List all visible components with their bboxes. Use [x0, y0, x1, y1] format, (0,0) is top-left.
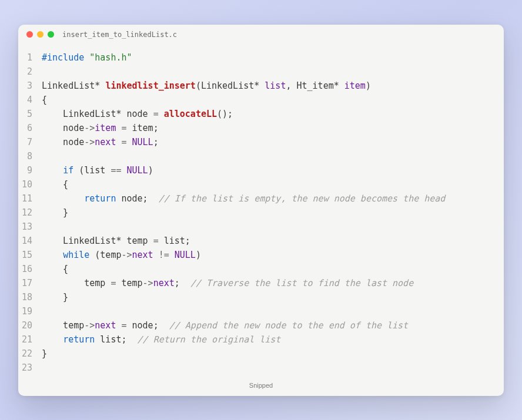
line-number: 16 [18, 262, 42, 276]
token-plain: ) [196, 250, 201, 260]
filename-label: insert_item_to_linkedList.c [62, 31, 177, 39]
code-content[interactable]: while (temp->next != NULL) [42, 248, 504, 262]
code-content[interactable]: temp = temp->next; // Traverse the list … [42, 276, 504, 290]
token-plain: LinkedList [42, 109, 116, 119]
code-content[interactable]: } [42, 290, 504, 304]
line-number: 8 [18, 149, 42, 163]
token-plain [42, 193, 84, 204]
token-member: next [132, 250, 153, 260]
code-content[interactable]: LinkedList* temp = list; [42, 234, 504, 248]
line-number: 15 [18, 248, 42, 262]
token-comment: // Append the new node to the end of the… [169, 320, 408, 331]
code-line[interactable]: 1#include "hash.h" [18, 51, 504, 65]
line-number: 11 [18, 191, 42, 206]
code-content[interactable]: return node; // If the list is empty, th… [42, 191, 504, 206]
token-plain [127, 137, 132, 147]
code-content[interactable]: { [42, 262, 504, 276]
token-plain [84, 52, 89, 63]
token-param: item [344, 80, 366, 91]
code-line[interactable]: 23 [18, 361, 504, 375]
line-number: 13 [18, 220, 42, 234]
token-plain: (list [73, 165, 111, 176]
code-content[interactable]: node->next = NULL; [42, 135, 504, 149]
token-funccall: allocateLL [164, 109, 217, 119]
code-line[interactable]: 4{ [18, 93, 504, 107]
line-number: 22 [18, 347, 42, 361]
token-member: next [153, 278, 175, 288]
line-number: 5 [18, 107, 42, 121]
code-content[interactable]: { [42, 93, 504, 107]
code-line[interactable]: 8 [18, 149, 504, 163]
token-funcdef: linkedlist_insert [105, 80, 196, 91]
code-content[interactable] [42, 361, 504, 375]
code-content[interactable]: return list; // Return the original list [42, 332, 504, 347]
maximize-icon[interactable] [48, 31, 54, 38]
code-content[interactable] [42, 149, 504, 163]
code-editor[interactable]: 1#include "hash.h"2 3LinkedList* linkedl… [18, 45, 504, 378]
code-content[interactable]: node->item = item; [42, 121, 504, 135]
code-line[interactable]: 20 temp->next = node; // Append the new … [18, 318, 504, 332]
code-line[interactable]: 16 { [18, 262, 504, 276]
footer-label: Snipped [18, 378, 504, 396]
code-content[interactable]: LinkedList* linkedlist_insert(LinkedList… [42, 79, 504, 93]
code-content[interactable]: { [42, 177, 504, 191]
line-number: 4 [18, 93, 42, 107]
code-line[interactable]: 7 node->next = NULL; [18, 135, 504, 149]
code-line[interactable]: 18 } [18, 290, 504, 304]
code-line[interactable]: 11 return node; // If the list is empty,… [18, 191, 504, 206]
code-content[interactable]: } [42, 206, 504, 220]
token-plain [42, 250, 63, 260]
line-number: 21 [18, 332, 42, 347]
token-plain: ) [148, 165, 153, 176]
code-line[interactable]: 3LinkedList* linkedlist_insert(LinkedLis… [18, 79, 504, 93]
token-keyword: return [84, 193, 116, 204]
token-plain: temp [116, 278, 142, 288]
token-constant: NULL [132, 137, 153, 147]
token-keyword: return [63, 334, 95, 345]
line-number: 9 [18, 163, 42, 177]
token-preproc: # [42, 52, 47, 63]
line-number: 20 [18, 318, 42, 332]
token-member: next [95, 137, 116, 147]
token-op: == [111, 165, 121, 176]
token-plain: (temp [89, 250, 121, 260]
code-line[interactable]: 15 while (temp->next != NULL) [18, 248, 504, 262]
code-line[interactable]: 2 [18, 65, 504, 79]
code-content[interactable]: LinkedList* node = allocateLL(); [42, 107, 504, 121]
code-line[interactable]: 22} [18, 347, 504, 361]
token-plain [121, 165, 126, 176]
token-plain: temp [42, 278, 111, 288]
code-line[interactable]: 6 node->item = item; [18, 121, 504, 135]
code-content[interactable] [42, 65, 504, 79]
code-content[interactable]: } [42, 347, 504, 361]
code-content[interactable]: if (list == NULL) [42, 163, 504, 177]
token-plain: { [42, 95, 47, 105]
code-line[interactable]: 9 if (list == NULL) [18, 163, 504, 177]
code-line[interactable]: 5 LinkedList* node = allocateLL(); [18, 107, 504, 121]
token-plain [169, 250, 175, 260]
code-line[interactable]: 13 [18, 220, 504, 234]
token-plain [42, 165, 63, 176]
token-plain: { [42, 179, 68, 190]
code-content[interactable] [42, 304, 504, 318]
code-line[interactable]: 17 temp = temp->next; // Traverse the li… [18, 276, 504, 290]
token-op: -> [84, 137, 95, 147]
token-op: -> [84, 320, 95, 331]
minimize-icon[interactable] [37, 31, 44, 38]
code-line[interactable]: 10 { [18, 177, 504, 191]
code-line[interactable]: 12 } [18, 206, 504, 220]
token-plain: * [254, 80, 265, 91]
token-comment: // Return the original list [138, 334, 281, 345]
token-plain: } [42, 207, 68, 218]
code-content[interactable]: #include "hash.h" [42, 51, 504, 65]
code-line[interactable]: 14 LinkedList* temp = list; [18, 234, 504, 248]
token-plain: * node [116, 109, 153, 119]
token-plain: ; [175, 278, 190, 288]
code-content[interactable]: temp->next = node; // Append the new nod… [42, 318, 504, 332]
close-icon[interactable] [26, 31, 33, 38]
code-line[interactable]: 21 return list; // Return the original l… [18, 332, 504, 347]
code-content[interactable] [42, 220, 504, 234]
token-plain [153, 250, 159, 260]
token-plain: temp [42, 320, 84, 331]
code-line[interactable]: 19 [18, 304, 504, 318]
